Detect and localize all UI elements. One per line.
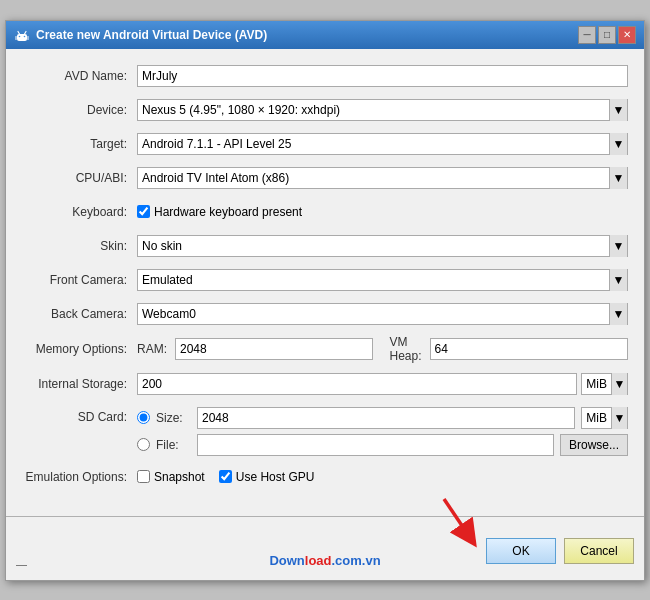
device-select[interactable]: Nexus 5 (4.95", 1080 × 1920: xxhdpi) ▼: [137, 99, 628, 121]
sd-file-label: File:: [156, 438, 191, 452]
skin-select-wrapper[interactable]: No skin ▼: [137, 235, 628, 257]
vm-heap-input[interactable]: [430, 338, 628, 360]
svg-line-4: [25, 31, 27, 34]
svg-rect-6: [28, 36, 29, 40]
target-select-wrapper[interactable]: Android 7.1.1 - API Level 25 ▼: [137, 133, 628, 155]
sd-unit-text: MiB: [582, 411, 611, 425]
keyboard-checkbox-container: Hardware keyboard present: [137, 205, 628, 219]
snapshot-checkbox[interactable]: [137, 470, 150, 483]
form-content: AVD Name: Device: Nexus 5 (4.95", 1080 ×…: [6, 49, 644, 508]
internal-storage-label: Internal Storage:: [22, 377, 137, 391]
host-gpu-label: Use Host GPU: [236, 470, 315, 484]
back-camera-dropdown-arrow[interactable]: ▼: [609, 303, 627, 325]
bottom-left: —: [16, 558, 27, 570]
close-button[interactable]: ✕: [618, 26, 636, 44]
skin-dropdown-arrow[interactable]: ▼: [609, 235, 627, 257]
svg-point-1: [19, 35, 21, 37]
keyboard-text: Hardware keyboard present: [154, 205, 302, 219]
skin-row: Skin: No skin ▼: [22, 233, 628, 259]
sd-size-label: Size:: [156, 411, 191, 425]
minimize-button[interactable]: ─: [578, 26, 596, 44]
back-camera-select[interactable]: Webcam0 ▼: [137, 303, 628, 325]
target-select[interactable]: Android 7.1.1 - API Level 25 ▼: [137, 133, 628, 155]
avd-name-row: AVD Name:: [22, 63, 628, 89]
sd-size-row: Size: MiB ▼: [137, 407, 628, 429]
front-camera-select[interactable]: Emulated ▼: [137, 269, 628, 291]
keyboard-checkbox[interactable]: [137, 205, 150, 218]
cpu-row: CPU/ABI: Android TV Intel Atom (x86) ▼: [22, 165, 628, 191]
device-select-text: Nexus 5 (4.95", 1080 × 1920: xxhdpi): [138, 102, 609, 118]
maximize-button[interactable]: □: [598, 26, 616, 44]
cpu-select-wrapper[interactable]: Android TV Intel Atom (x86) ▼: [137, 167, 628, 189]
host-gpu-container: Use Host GPU: [219, 470, 315, 484]
sd-card-controls: Size: MiB ▼ File: Browse...: [137, 407, 628, 456]
ok-button[interactable]: OK: [486, 538, 556, 564]
sd-size-input[interactable]: [197, 407, 575, 429]
avd-name-input[interactable]: [137, 65, 628, 87]
sd-card-label: SD Card:: [22, 407, 137, 424]
watermark-text: Download.com.vn: [269, 553, 380, 568]
watermark-load: load: [305, 553, 332, 568]
memory-row: Memory Options: RAM: VM Heap:: [22, 335, 628, 363]
keyboard-row: Keyboard: Hardware keyboard present: [22, 199, 628, 225]
internal-storage-unit-wrapper[interactable]: MiB ▼: [581, 373, 628, 395]
sd-card-row: SD Card: Size: MiB ▼ File: B: [22, 405, 628, 456]
target-label: Target:: [22, 137, 137, 151]
avd-name-field[interactable]: [137, 65, 628, 87]
skin-select-text: No skin: [138, 238, 609, 254]
separator: [6, 516, 644, 517]
cpu-select-text: Android TV Intel Atom (x86): [138, 170, 609, 186]
sd-file-input[interactable]: [197, 434, 554, 456]
cpu-select[interactable]: Android TV Intel Atom (x86) ▼: [137, 167, 628, 189]
title-bar-controls: ─ □ ✕: [578, 26, 636, 44]
svg-rect-5: [16, 36, 17, 40]
front-camera-row: Front Camera: Emulated ▼: [22, 267, 628, 293]
ram-label: RAM:: [137, 342, 167, 356]
internal-storage-row: Internal Storage: MiB ▼: [22, 371, 628, 397]
front-camera-select-wrapper[interactable]: Emulated ▼: [137, 269, 628, 291]
snapshot-container: Snapshot: [137, 470, 205, 484]
emulation-label: Emulation Options:: [22, 470, 137, 484]
sd-file-row: File: Browse...: [137, 434, 628, 456]
device-select-wrapper[interactable]: Nexus 5 (4.95", 1080 × 1920: xxhdpi) ▼: [137, 99, 628, 121]
back-camera-select-wrapper[interactable]: Webcam0 ▼: [137, 303, 628, 325]
cancel-button[interactable]: Cancel: [564, 538, 634, 564]
front-camera-label: Front Camera:: [22, 273, 137, 287]
memory-label: Memory Options:: [22, 342, 137, 356]
skin-label: Skin:: [22, 239, 137, 253]
sd-size-radio[interactable]: [137, 411, 150, 424]
title-bar: Create new Android Virtual Device (AVD) …: [6, 21, 644, 49]
memory-controls: RAM: VM Heap:: [137, 335, 628, 363]
window-title: Create new Android Virtual Device (AVD): [36, 28, 267, 42]
android-icon: [14, 27, 30, 43]
sd-file-radio[interactable]: [137, 438, 150, 451]
bottom-section: Download.com.vn — OK Cancel: [6, 525, 644, 580]
watermark-dotcomvn: .com.vn: [332, 553, 381, 568]
svg-point-2: [24, 35, 26, 37]
device-label: Device:: [22, 103, 137, 117]
emulation-row: Emulation Options: Snapshot Use Host GPU: [22, 464, 628, 490]
internal-storage-input[interactable]: [137, 373, 577, 395]
cpu-dropdown-arrow[interactable]: ▼: [609, 167, 627, 189]
svg-line-3: [18, 31, 20, 34]
watermark-download: Down: [269, 553, 304, 568]
host-gpu-checkbox[interactable]: [219, 470, 232, 483]
device-dropdown-arrow[interactable]: ▼: [609, 99, 627, 121]
target-select-text: Android 7.1.1 - API Level 25: [138, 136, 609, 152]
avd-name-label: AVD Name:: [22, 69, 137, 83]
target-dropdown-arrow[interactable]: ▼: [609, 133, 627, 155]
back-camera-label: Back Camera:: [22, 307, 137, 321]
internal-storage-unit-arrow[interactable]: ▼: [611, 373, 627, 395]
watermark-container: Download.com.vn: [269, 553, 380, 568]
title-bar-left: Create new Android Virtual Device (AVD): [14, 27, 267, 43]
sd-unit-arrow[interactable]: ▼: [611, 407, 627, 429]
skin-select[interactable]: No skin ▼: [137, 235, 628, 257]
cpu-label: CPU/ABI:: [22, 171, 137, 185]
ram-input[interactable]: [175, 338, 373, 360]
emulation-controls: Snapshot Use Host GPU: [137, 470, 628, 484]
browse-button[interactable]: Browse...: [560, 434, 628, 456]
front-camera-dropdown-arrow[interactable]: ▼: [609, 269, 627, 291]
internal-storage-controls: MiB ▼: [137, 373, 628, 395]
device-row: Device: Nexus 5 (4.95", 1080 × 1920: xxh…: [22, 97, 628, 123]
sd-unit-wrapper[interactable]: MiB ▼: [581, 407, 628, 429]
